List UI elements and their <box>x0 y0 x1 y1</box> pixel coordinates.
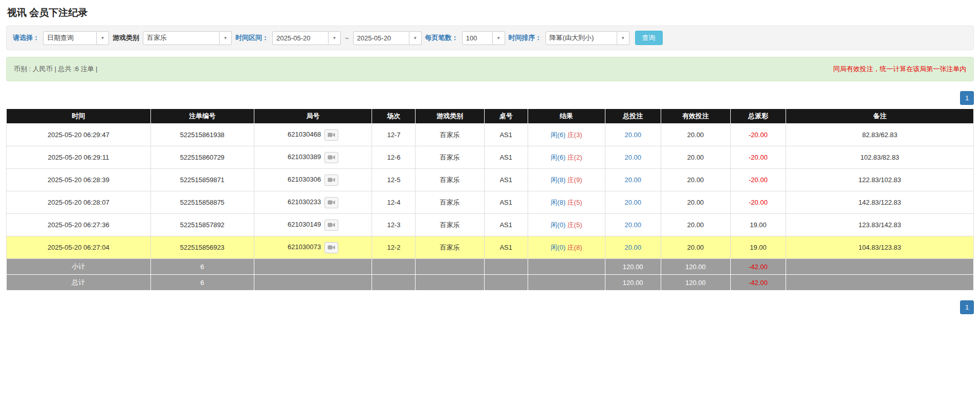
table-row: 2025-05-20 06:27:36 522515857892 6210301… <box>7 214 974 236</box>
cell-round-id: 621030306 <box>254 169 372 191</box>
valid-bet-note: 同局有效投注，统一计算在该局第一张注单内 <box>833 64 966 74</box>
cell-time: 2025-05-20 06:27:36 <box>7 214 151 236</box>
cell-total-bet: 20.00 <box>605 236 661 259</box>
total-bet-link[interactable]: 20.00 <box>624 131 641 139</box>
video-camera-icon[interactable] <box>324 129 338 141</box>
cell-valid-bet: 20.00 <box>661 236 730 259</box>
chevron-down-icon[interactable]: ▼ <box>409 31 422 45</box>
header-valid-bet: 有效投注 <box>661 109 730 124</box>
empty-cell <box>372 275 416 291</box>
total-label: 总计 <box>7 275 151 291</box>
table-row-highlighted: 2025-05-20 06:27:04 522515856923 6210300… <box>7 236 974 259</box>
video-camera-icon[interactable] <box>324 197 338 208</box>
cell-game: 百家乐 <box>416 214 484 236</box>
game-type-combobox: ▼ <box>143 31 232 45</box>
round-id-text: 621030389 <box>288 153 321 161</box>
empty-cell <box>786 275 974 291</box>
page-1-button[interactable]: 1 <box>960 91 974 105</box>
header-round-id: 局号 <box>254 109 372 124</box>
cell-result: 闲(0) 庄(8) <box>528 236 605 259</box>
cell-round-id: 621030468 <box>254 124 372 146</box>
total-bet-link[interactable]: 20.00 <box>624 221 641 229</box>
date-from-combobox: ▼ <box>272 31 341 45</box>
video-camera-icon[interactable] <box>324 220 338 231</box>
range-separator: ~ <box>344 34 350 42</box>
result-player: 闲(0) <box>551 221 565 229</box>
date-to-input[interactable] <box>353 31 409 45</box>
total-bet-link[interactable]: 20.00 <box>624 199 641 206</box>
cell-payout: -20.00 <box>730 146 786 169</box>
chevron-down-icon[interactable]: ▼ <box>220 31 232 45</box>
table-row: 2025-05-20 06:28:07 522515858875 6210302… <box>7 191 974 214</box>
video-camera-icon[interactable] <box>324 174 338 186</box>
cell-result: 闲(6) 庄(3) <box>528 124 605 146</box>
cell-valid-bet: 20.00 <box>661 214 730 236</box>
total-bet-link[interactable]: 20.00 <box>624 244 641 251</box>
table-header-row: 时间 注单编号 局号 场次 游戏类别 桌号 结果 总投注 有效投注 总派彩 备注 <box>7 109 974 124</box>
cell-round-id: 621030389 <box>254 146 372 169</box>
query-type-input[interactable] <box>43 31 97 45</box>
empty-cell <box>416 275 484 291</box>
game-type-input[interactable] <box>143 31 220 45</box>
cell-valid-bet: 20.00 <box>661 146 730 169</box>
cell-round-id: 621030233 <box>254 191 372 214</box>
cell-table-no: AS1 <box>484 236 528 259</box>
round-id-text: 621030306 <box>288 176 321 183</box>
cell-time: 2025-05-20 06:27:04 <box>7 236 151 259</box>
cell-game: 百家乐 <box>416 124 484 146</box>
header-bet-id: 注单编号 <box>150 109 254 124</box>
empty-cell <box>528 259 605 275</box>
date-to-combobox: ▼ <box>353 31 422 45</box>
date-from-input[interactable] <box>272 31 329 45</box>
cell-result: 闲(8) 庄(5) <box>528 191 605 214</box>
cell-session: 12-6 <box>372 146 416 169</box>
cell-bet-id: 522515859871 <box>150 169 254 191</box>
cell-bet-id: 522515858875 <box>150 191 254 214</box>
result-banker: 庄(5) <box>568 199 582 206</box>
cell-remark: 104.83/123.83 <box>786 236 974 259</box>
pagination-bottom: 1 <box>6 300 974 314</box>
empty-cell <box>484 259 528 275</box>
page-1-button[interactable]: 1 <box>960 300 974 314</box>
round-id-text: 621030149 <box>288 221 321 228</box>
cell-total-bet: 20.00 <box>605 191 661 214</box>
cell-total-bet: 20.00 <box>605 146 661 169</box>
chevron-down-icon[interactable]: ▼ <box>97 31 109 45</box>
chevron-down-icon[interactable]: ▼ <box>617 31 629 45</box>
total-valid-bet: 120.00 <box>661 275 730 291</box>
subtotal-label: 小计 <box>7 259 151 275</box>
chevron-down-icon[interactable]: ▼ <box>493 31 505 45</box>
page-size-input[interactable] <box>462 31 493 45</box>
result-banker: 庄(3) <box>568 131 582 139</box>
total-bet-link[interactable]: 20.00 <box>624 154 641 161</box>
cell-table-no: AS1 <box>484 146 528 169</box>
page-size-combobox: ▼ <box>462 31 505 45</box>
empty-cell <box>372 259 416 275</box>
total-count: 6 <box>150 275 254 291</box>
cell-game: 百家乐 <box>416 236 484 259</box>
cell-valid-bet: 20.00 <box>661 191 730 214</box>
result-player: 闲(0) <box>551 244 565 251</box>
result-player: 闲(6) <box>551 131 565 139</box>
total-bet-link[interactable]: 20.00 <box>624 176 641 184</box>
result-player: 闲(8) <box>551 176 565 184</box>
query-type-combobox: ▼ <box>43 31 109 45</box>
cell-valid-bet: 20.00 <box>661 169 730 191</box>
cell-time: 2025-05-20 06:28:07 <box>7 191 151 214</box>
currency-summary-text: 币别 : 人民币 | 总共 :6 注单 | <box>14 64 98 74</box>
header-total-bet: 总投注 <box>605 109 661 124</box>
subtotal-row: 小计 6 120.00 120.00 -42.00 <box>7 259 974 275</box>
video-camera-icon[interactable] <box>324 242 338 253</box>
chevron-down-icon[interactable]: ▼ <box>329 31 341 45</box>
subtotal-count: 6 <box>150 259 254 275</box>
header-table-no: 桌号 <box>484 109 528 124</box>
sort-input[interactable] <box>546 31 617 45</box>
cell-payout: 19.00 <box>730 236 786 259</box>
empty-cell <box>254 259 372 275</box>
cell-table-no: AS1 <box>484 214 528 236</box>
video-camera-icon[interactable] <box>324 152 338 163</box>
cell-time: 2025-05-20 06:28:39 <box>7 169 151 191</box>
cell-time: 2025-05-20 06:29:11 <box>7 146 151 169</box>
query-button[interactable]: 查询 <box>635 31 663 45</box>
game-type-label: 游戏类别 <box>113 33 139 42</box>
